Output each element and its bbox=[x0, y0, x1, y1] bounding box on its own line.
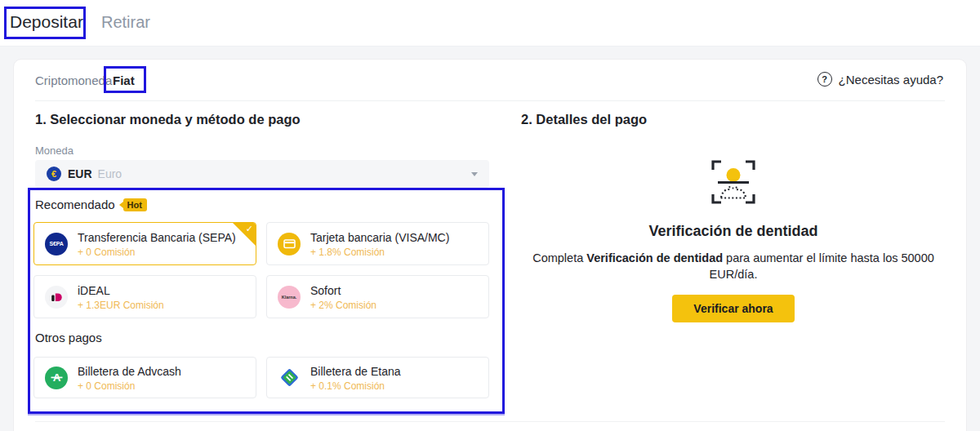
method-name: Billetera de Etana bbox=[310, 365, 401, 379]
method-name: Transferencia Bancaria (SEPA) bbox=[78, 231, 236, 245]
question-circle-icon: ? bbox=[817, 72, 832, 87]
check-icon: ✓ bbox=[246, 224, 253, 234]
currency-name: Euro bbox=[98, 167, 122, 180]
tab-retirar[interactable]: Retirar bbox=[101, 13, 150, 32]
other-methods-grid: A Billetera de Advcash + 0 Comisión Bill… bbox=[33, 357, 489, 398]
chevron-down-icon bbox=[471, 172, 478, 176]
recommended-methods-grid: ✓ S€PA Transferencia Bancaria (SEPA) + 0… bbox=[33, 222, 489, 318]
subtab-divider bbox=[35, 100, 945, 101]
currency-code: EUR bbox=[68, 167, 92, 180]
etana-icon bbox=[278, 367, 301, 389]
method-name: Billetera de Advcash bbox=[78, 365, 181, 379]
ideal-icon bbox=[45, 286, 68, 309]
tab-depositar[interactable]: Depositar bbox=[10, 12, 83, 32]
fiat-deposit-page: Depositar Retirar Criptomoneda Fiat ? ¿N… bbox=[0, 0, 980, 431]
main-card: Criptomoneda Fiat ? ¿Necesitas ayuda? 1.… bbox=[13, 59, 967, 431]
method-name: Sofort bbox=[310, 284, 376, 298]
method-fee: + 0.1% Comisión bbox=[310, 381, 401, 391]
currency-select[interactable]: € EUR Euro bbox=[35, 160, 489, 188]
sepa-icon: S€PA bbox=[45, 233, 68, 255]
select-method-title: 1. Seleccionar moneda y método de pago bbox=[35, 112, 301, 127]
recommended-row: Recomendado Hot bbox=[35, 198, 147, 211]
method-fee: + 2% Comisión bbox=[310, 300, 376, 310]
method-fee: + 0 Comisión bbox=[78, 381, 181, 391]
recommended-label: Recomendado bbox=[35, 198, 115, 211]
method-ideal[interactable]: iDEAL + 1.3EUR Comisión bbox=[33, 275, 256, 318]
need-help-label: ¿Necesitas ayuda? bbox=[839, 73, 943, 87]
face-scan-icon bbox=[707, 156, 760, 208]
method-sepa-transfer[interactable]: ✓ S€PA Transferencia Bancaria (SEPA) + 0… bbox=[33, 222, 256, 265]
klarna-icon: Klarna. bbox=[278, 286, 301, 309]
verify-now-button[interactable]: Verificar ahora bbox=[672, 295, 794, 322]
method-name: iDEAL bbox=[78, 284, 164, 298]
top-tabbar: Depositar Retirar bbox=[0, 0, 980, 47]
verification-panel: Verificación de dentidad Completa Verifi… bbox=[480, 156, 980, 322]
method-fee: + 0 Comisión bbox=[78, 247, 236, 257]
other-payments-label: Otros pagos bbox=[35, 331, 102, 344]
verification-description: Completa Verificación de dentidad para a… bbox=[513, 250, 954, 282]
method-fee: + 1.8% Comisión bbox=[310, 247, 449, 257]
method-fee: + 1.3EUR Comisión bbox=[78, 300, 164, 310]
method-advcash[interactable]: A Billetera de Advcash + 0 Comisión bbox=[33, 357, 256, 398]
verification-title: Verificación de dentidad bbox=[480, 223, 980, 240]
currency-field-label: Moneda bbox=[35, 144, 74, 157]
tab-criptomoneda[interactable]: Criptomoneda bbox=[35, 73, 112, 87]
method-sofort[interactable]: Klarna. Sofort + 2% Comisión bbox=[266, 275, 489, 318]
tab-fiat[interactable]: Fiat bbox=[113, 73, 135, 87]
method-etana[interactable]: Billetera de Etana + 0.1% Comisión bbox=[266, 357, 489, 398]
advcash-icon: A bbox=[45, 367, 68, 389]
method-bank-card[interactable]: Tarjeta bancaria (VISA/MC) + 1.8% Comisi… bbox=[266, 222, 489, 265]
hot-badge: Hot bbox=[123, 198, 147, 211]
euro-coin-icon: € bbox=[47, 167, 61, 181]
bank-card-icon bbox=[278, 233, 301, 255]
section-divider bbox=[35, 421, 945, 422]
method-name: Tarjeta bancaria (VISA/MC) bbox=[310, 231, 449, 245]
need-help-link[interactable]: ? ¿Necesitas ayuda? bbox=[817, 72, 943, 87]
payment-details-title: 2. Detalles del pago bbox=[521, 112, 647, 127]
